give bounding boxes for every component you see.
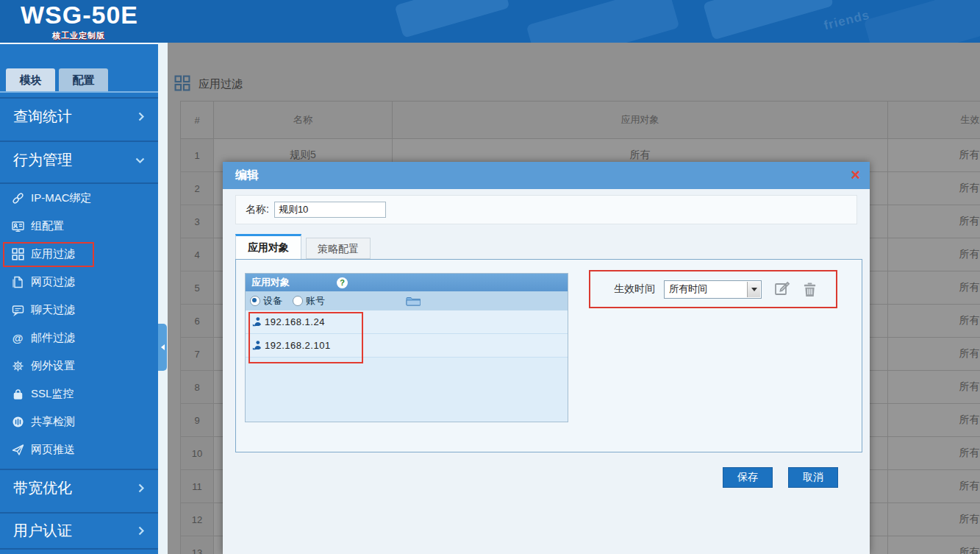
sidebar-item-label: 聊天过滤: [31, 303, 75, 317]
sidebar-item-网页过滤[interactable]: 网页过滤: [0, 268, 158, 296]
grid-icon: [11, 247, 24, 260]
sidebar-section-query-stats[interactable]: 查询统计: [0, 97, 158, 135]
device-ip: 192.168.1.24: [265, 316, 325, 327]
tab-modules[interactable]: 模块: [6, 68, 55, 91]
effective-time-group: 生效时间 所有时间: [589, 270, 837, 308]
paper-plane-icon: [11, 443, 24, 456]
section-label: 带宽优化: [13, 478, 72, 498]
tab-policy-config[interactable]: 策略配置: [306, 238, 371, 259]
sidebar-item-例外设置[interactable]: 例外设置: [0, 352, 158, 380]
save-button[interactable]: 保存: [723, 467, 773, 488]
name-field-panel: 名称:: [235, 195, 857, 224]
close-icon[interactable]: ×: [851, 165, 860, 185]
radio-account[interactable]: [293, 296, 303, 306]
folder-icon[interactable]: [406, 296, 421, 306]
sidebar-section-behavior-mgmt[interactable]: 行为管理: [0, 141, 158, 178]
device-list-item[interactable]: 192.168.2.101: [246, 334, 568, 358]
sidebar-item-label: 组配置: [31, 219, 64, 233]
sidebar-section-bandwidth[interactable]: 带宽优化: [0, 469, 158, 506]
sidebar-item-label: 共享检测: [31, 415, 75, 429]
sidebar-item-邮件过滤[interactable]: @ 邮件过滤: [0, 324, 158, 352]
banner-watermark: friends: [823, 8, 872, 34]
sidebar-item-label: 网页过滤: [31, 275, 75, 289]
panel-header: 应用对象 ?: [246, 274, 568, 291]
sidebar-submenu: IP-MAC绑定 组配置 应用过滤 网页过滤 聊天过滤 @ 邮件过滤 例外设置 …: [0, 182, 158, 464]
at-icon: @: [11, 331, 24, 344]
sidebar-tab-bar: 模块 配置: [6, 68, 108, 91]
sidebar: 模块 配置 查询统计 行为管理 IP-MAC绑定 组配置 应用过滤 网页过滤 聊…: [0, 43, 158, 554]
sidebar-item-组配置[interactable]: 组配置: [0, 212, 158, 240]
device-list-item[interactable]: 192.168.1.24: [246, 310, 568, 334]
section-label: 行为管理: [13, 150, 72, 170]
sidebar-item-网页推送[interactable]: 网页推送: [0, 436, 158, 464]
page-icon: [11, 275, 24, 288]
cancel-button[interactable]: 取消: [788, 467, 838, 488]
edit-dialog: 编辑 × 名称: 应用对象 策略配置 应用对象 ? 设备 账号: [223, 162, 870, 554]
dialog-title-bar[interactable]: 编辑: [223, 162, 870, 189]
keyboard-decoration: [526, 0, 680, 43]
person-icon: [251, 340, 262, 351]
radio-device[interactable]: [250, 296, 260, 306]
share-icon: [11, 415, 24, 428]
dropdown-arrow-icon[interactable]: [747, 282, 760, 297]
sidebar-tabs-divider: [0, 91, 158, 93]
app-logo: WSG-50E: [21, 1, 138, 29]
sidebar-section-user-auth[interactable]: 用户认证: [0, 512, 158, 550]
link-icon: [11, 191, 24, 205]
chevron-right-icon: [137, 112, 145, 121]
dialog-title: 编辑: [235, 168, 259, 183]
edit-icon[interactable]: [774, 281, 790, 297]
gear-icon: [11, 359, 24, 372]
section-label: 用户认证: [13, 521, 72, 541]
sidebar-item-应用过滤[interactable]: 应用过滤: [0, 240, 158, 268]
sidebar-item-共享检测[interactable]: 共享检测: [0, 408, 158, 436]
app-logo-subtitle: 核工业定制版: [52, 30, 105, 41]
dropdown-selected-value: 所有时间: [669, 283, 707, 296]
sidebar-collapse-handle[interactable]: [158, 324, 167, 371]
collapse-arrow-icon: [158, 344, 165, 350]
radio-account-label: 账号: [306, 294, 325, 308]
sidebar-item-label: 网页推送: [31, 443, 75, 457]
radio-device-label: 设备: [263, 294, 282, 308]
keyboard-decoration: [395, 0, 510, 38]
sidebar-gutter: [158, 43, 168, 554]
name-label: 名称:: [246, 203, 269, 216]
chat-icon: [11, 303, 24, 316]
target-type-radios: 设备 账号: [246, 291, 568, 310]
dialog-tab-bar: 应用对象 策略配置: [235, 234, 371, 259]
keyboard-decoration: [864, 0, 980, 43]
tab-application-target[interactable]: 应用对象: [235, 234, 301, 259]
sidebar-item-label: 例外设置: [31, 359, 75, 373]
sidebar-item-label: IP-MAC绑定: [31, 191, 92, 205]
sidebar-item-label: 邮件过滤: [31, 331, 75, 345]
id-card-icon: [11, 219, 24, 232]
chevron-right-icon: [137, 483, 145, 493]
sidebar-item-label: 应用过滤: [31, 247, 75, 261]
device-list: 192.168.1.24 192.168.2.101: [246, 310, 568, 422]
sidebar-item-IP-MAC绑定[interactable]: IP-MAC绑定: [0, 184, 158, 212]
device-ip: 192.168.2.101: [265, 340, 331, 351]
tab-content-panel: 应用对象 ? 设备 账号 192.168.1.24 192.168.2.101: [235, 259, 862, 452]
effective-time-dropdown[interactable]: 所有时间: [664, 280, 762, 299]
person-icon: [251, 316, 262, 327]
effective-time-label: 生效时间: [614, 283, 655, 296]
help-icon[interactable]: ?: [337, 277, 348, 288]
trash-icon[interactable]: [803, 282, 817, 297]
application-window: friends WSG-50E 核工业定制版 模块 配置 查询统计 行为管理 I…: [0, 0, 980, 554]
lock-icon: [11, 387, 24, 400]
chevron-right-icon: [137, 526, 145, 536]
rule-name-input[interactable]: [274, 202, 386, 218]
top-banner: friends WSG-50E 核工业定制版: [0, 0, 980, 43]
panel-header-label: 应用对象: [251, 276, 290, 289]
sidebar-item-label: SSL监控: [31, 387, 74, 401]
sidebar-item-聊天过滤[interactable]: 聊天过滤: [0, 296, 158, 324]
application-target-panel: 应用对象 ? 设备 账号 192.168.1.24 192.168.2.101: [245, 273, 568, 422]
section-label: 查询统计: [13, 107, 72, 127]
chevron-down-icon: [135, 157, 145, 164]
sidebar-item-SSL监控[interactable]: SSL监控: [0, 380, 158, 408]
keyboard-decoration: [703, 0, 834, 40]
tab-config[interactable]: 配置: [59, 68, 108, 91]
